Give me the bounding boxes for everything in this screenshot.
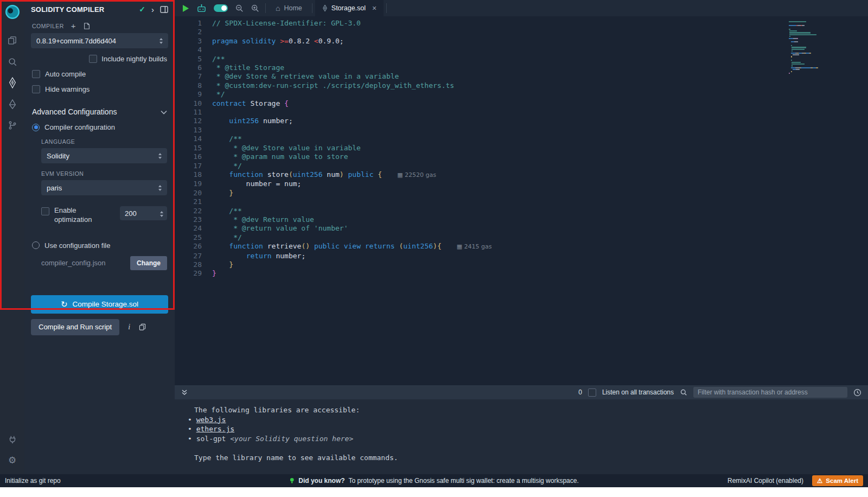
code-line: 19 number = num; xyxy=(175,180,868,188)
editor-minimap[interactable] xyxy=(789,21,850,74)
code-line: 7 * @dev Store & retrieve value in a var… xyxy=(175,72,868,81)
code-line: 1// SPDX-License-Identifier: GPL-3.0 xyxy=(175,19,868,28)
select-caret-icon xyxy=(158,153,162,159)
language-value: Solidity xyxy=(47,152,69,160)
pending-transactions-clock-icon[interactable] xyxy=(853,388,861,397)
line-number: 22 xyxy=(175,207,212,215)
remix-logo-icon[interactable] xyxy=(4,4,21,20)
line-number: 17 xyxy=(175,162,212,170)
line-number: 16 xyxy=(175,152,212,161)
file-explorer-icon[interactable] xyxy=(0,30,24,51)
copy-icon[interactable] xyxy=(139,323,146,330)
line-number: 2 xyxy=(175,28,212,36)
compile-run-row: Compile and Run script i xyxy=(31,319,168,335)
advanced-group: LANGUAGE Solidity EVM VERSION paris Enab… xyxy=(24,131,175,225)
code-line: 24 * @return value of 'number' xyxy=(175,224,868,233)
line-number: 3 xyxy=(175,37,212,46)
editor-tabbar: ⌂ Home Storage.sol × xyxy=(175,0,868,16)
line-number: 8 xyxy=(175,81,212,90)
open-file-icon[interactable] xyxy=(83,22,91,30)
evm-version-label: EVM VERSION xyxy=(41,170,167,177)
include-nightly-checkbox[interactable] xyxy=(89,55,97,63)
scam-alert-badge[interactable]: ⚠ Scam Alert xyxy=(812,475,863,486)
line-number: 5 xyxy=(175,55,212,63)
deploy-run-icon[interactable] xyxy=(0,93,24,114)
terminal-search-icon[interactable] xyxy=(680,388,687,396)
code-line: 28 } xyxy=(175,260,868,269)
code-line: 15 * @dev Store value in variable xyxy=(175,144,868,152)
tab-storage-label: Storage.sol xyxy=(331,4,366,12)
divider xyxy=(386,3,387,13)
code-line: 25 */ xyxy=(175,233,868,242)
auto-compile-checkbox[interactable] xyxy=(32,70,40,78)
code-line: 26 function retrieve() public view retur… xyxy=(175,242,868,251)
info-icon[interactable]: i xyxy=(128,323,130,332)
code-line: 17 */ xyxy=(175,162,868,170)
close-tab-icon[interactable]: × xyxy=(372,4,376,12)
ai-copilot-icon[interactable] xyxy=(196,4,207,13)
advanced-configurations-toggle[interactable]: Advanced Configurations xyxy=(24,93,175,118)
code-editor[interactable]: 1// SPDX-License-Identifier: GPL-3.023pr… xyxy=(175,16,868,385)
terminal-line xyxy=(175,443,868,453)
gas-estimate-badge[interactable]: ▦ 22520 gas xyxy=(397,171,436,179)
compiler-version-select[interactable]: 0.8.19+commit.7dd6d404 xyxy=(31,33,168,48)
code-line: 6 * @title Storage xyxy=(175,63,868,72)
hide-warnings-checkbox[interactable] xyxy=(32,85,40,93)
language-label: LANGUAGE xyxy=(41,138,167,145)
language-select[interactable]: Solidity xyxy=(41,148,167,163)
code-line: 8 * @custom:dev-run-script ./scripts/dep… xyxy=(175,81,868,90)
pin-panel-icon[interactable] xyxy=(160,6,168,13)
compile-button[interactable]: ↻ Compile Storage.sol xyxy=(31,295,168,314)
line-number: 21 xyxy=(175,197,212,206)
select-caret-icon xyxy=(158,185,162,191)
plugin-manager-icon[interactable] xyxy=(0,429,24,450)
include-nightly-label: Include nightly builds xyxy=(101,55,167,63)
copilot-toggle-switch[interactable] xyxy=(214,4,228,12)
number-spinner-icon[interactable] xyxy=(160,211,163,217)
line-number: 14 xyxy=(175,135,212,143)
use-configuration-file-row: Use configuration file xyxy=(24,237,175,250)
compiler-configuration-radio[interactable] xyxy=(32,124,40,131)
panel-forward-icon[interactable]: › xyxy=(151,5,154,14)
transaction-filter-input[interactable] xyxy=(693,387,847,398)
line-number: 29 xyxy=(175,269,212,278)
run-play-icon[interactable] xyxy=(182,4,189,12)
terminal-library-link[interactable]: web3.js xyxy=(196,416,226,424)
zoom-out-icon[interactable] xyxy=(235,4,244,12)
tab-storage-sol[interactable]: Storage.sol × xyxy=(315,0,384,16)
add-compiler-icon[interactable]: + xyxy=(71,22,76,30)
code-line: 18 function store(uint256 num) public {▦… xyxy=(175,170,868,180)
gas-estimate-badge[interactable]: ▦ 2415 gas xyxy=(457,243,492,250)
collapse-terminal-icon[interactable] xyxy=(181,389,188,396)
search-icon[interactable] xyxy=(0,51,24,72)
evm-version-select[interactable]: paris xyxy=(41,180,167,195)
compile-and-run-button[interactable]: Compile and Run script xyxy=(31,319,119,335)
git-icon[interactable] xyxy=(0,114,24,136)
init-git-repo-button[interactable]: Initialize as git repo xyxy=(5,477,61,485)
use-configuration-file-radio[interactable] xyxy=(32,241,40,249)
listen-transactions-checkbox[interactable] xyxy=(588,388,596,397)
transaction-count-badge: 0 xyxy=(578,388,582,396)
terminal-library-link[interactable]: ethers.js xyxy=(196,425,234,433)
copilot-status[interactable]: RemixAI Copilot (enabled) xyxy=(727,477,803,485)
enable-optimization-checkbox[interactable] xyxy=(41,207,49,215)
code-line: 2 xyxy=(175,28,868,36)
line-number: 7 xyxy=(175,72,212,81)
terminal-line: The following libraries are accessible: xyxy=(175,405,868,415)
change-config-button[interactable]: Change xyxy=(130,256,167,270)
tab-home[interactable]: ⌂ Home xyxy=(269,0,309,16)
advanced-configurations-label: Advanced Configurations xyxy=(32,107,117,116)
code-line: 5/** xyxy=(175,55,868,63)
compiler-label: COMPILER xyxy=(32,23,64,29)
compiler-configuration-label: Compiler configuration xyxy=(44,123,115,131)
use-configuration-file-label: Use configuration file xyxy=(44,241,110,250)
line-number: 19 xyxy=(175,180,212,188)
solidity-compiler-icon[interactable] xyxy=(0,72,24,93)
line-number: 13 xyxy=(175,126,212,135)
zoom-in-icon[interactable] xyxy=(251,4,259,12)
panel-title: SOLIDITY COMPILER xyxy=(31,5,104,14)
settings-gear-icon[interactable]: ⚙ xyxy=(0,450,24,471)
line-number: 24 xyxy=(175,224,212,233)
line-number: 28 xyxy=(175,260,212,269)
auto-compile-label: Auto compile xyxy=(45,70,86,78)
